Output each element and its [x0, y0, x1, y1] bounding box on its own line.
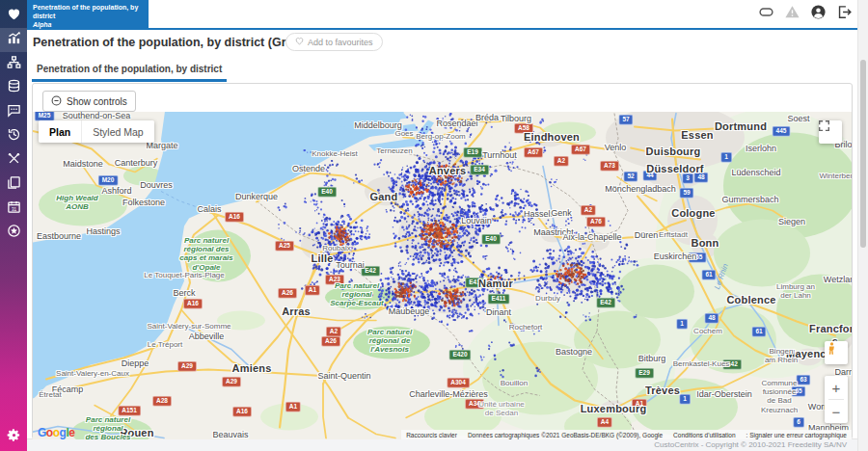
map-type-control: PlanStyled Map [39, 120, 154, 143]
sidebar-items: 31 [0, 4, 27, 245]
sidebar-item-calendar[interactable]: 31 [0, 197, 27, 221]
calendar-icon: 31 [7, 199, 21, 218]
pegman-button[interactable] [825, 341, 848, 364]
sidebar-item-history[interactable] [0, 124, 27, 148]
logout-button[interactable] [835, 5, 853, 22]
tab-penetration[interactable]: Penetration of the population, by distri… [32, 64, 227, 82]
map-attribution-item[interactable]: Données cartographiques ©2021 GeoBasis-D… [468, 432, 663, 438]
chat-icon [7, 103, 21, 121]
analytics-icon [7, 31, 21, 49]
google-logo-letter: o [46, 426, 53, 439]
sidebar-item-hierarchy[interactable] [0, 52, 27, 76]
scrollbar-thumb[interactable] [860, 60, 866, 248]
fullscreen-button[interactable] [819, 120, 842, 144]
alert-icon [784, 4, 800, 24]
zoom-out-button[interactable]: − [825, 400, 848, 423]
star-icon [7, 224, 21, 242]
tab-bar: Penetration of the population, by distri… [32, 59, 227, 82]
sidebar-item-reports[interactable] [0, 172, 27, 197]
sidebar: 31 [0, 0, 27, 451]
google-logo-letter: e [68, 426, 74, 439]
google-logo-letter: o [53, 426, 60, 439]
sidebar-item-favourites[interactable] [0, 4, 27, 28]
map-attribution-item[interactable]: : Signaler une erreur cartographique [746, 432, 847, 438]
google-logo-letter: G [38, 426, 46, 439]
fullscreen-icon [819, 120, 829, 131]
database-icon [7, 79, 21, 97]
header-icons [757, 5, 853, 22]
alert-button[interactable] [783, 5, 800, 22]
heart-icon [7, 7, 21, 25]
reports-icon [7, 175, 21, 194]
zoom-control: + − [825, 376, 848, 423]
add-to-favourites-button[interactable]: Add to favourites [285, 33, 383, 51]
pegman-icon [825, 341, 839, 356]
sidebar-item-settings[interactable] [0, 428, 27, 446]
heart-outline-icon [295, 37, 304, 47]
user-button[interactable] [809, 5, 827, 22]
map-graphics [33, 112, 852, 439]
window-tab[interactable]: Penetration of the population, by distri… [27, 0, 149, 28]
google-logo[interactable]: Google [38, 426, 74, 439]
window-tab-title: Penetration of the population, by distri… [33, 3, 145, 20]
window-tab-subtitle: Alpha [33, 20, 145, 29]
map-attribution-item[interactable]: Conditions d'utilisation [673, 432, 735, 438]
show-controls-button[interactable]: Show controls [42, 91, 136, 112]
user-icon [810, 4, 827, 24]
window-button[interactable] [757, 5, 774, 22]
sidebar-item-analytics[interactable] [0, 28, 27, 52]
map-attribution-item[interactable]: Raccourcis clavier [406, 432, 457, 438]
report-panel: Show controls M25M20A16A16A16A26A28A29A2… [32, 83, 853, 439]
history-icon [7, 127, 21, 146]
page-scrollbar [857, 0, 868, 451]
app-window: 31 Penetration of the population, by dis… [0, 0, 868, 451]
app-footer: CustoCentrix - Copyright © 2010-2021 Fre… [27, 438, 868, 451]
add-to-favourites-label: Add to favourites [308, 38, 373, 47]
hierarchy-icon [7, 55, 21, 73]
header-divider [27, 28, 868, 30]
gear-icon [7, 428, 21, 446]
window-icon [758, 4, 774, 24]
sidebar-item-messages[interactable] [0, 100, 27, 124]
map-canvas[interactable]: M25M20A16A16A16A26A28A29A29A151A1A2A26A2… [33, 112, 852, 439]
map-type-plan[interactable]: Plan [39, 120, 81, 143]
sidebar-item-featured[interactable] [0, 221, 27, 245]
map-attribution: Raccourcis clavierDonnées cartographique… [401, 430, 852, 439]
sidebar-item-tools[interactable] [0, 148, 27, 172]
circled-minus-icon [51, 95, 62, 108]
zoom-in-button[interactable]: + [825, 376, 848, 399]
show-controls-label: Show controls [67, 96, 127, 107]
tools-icon [7, 151, 21, 170]
svg-text:31: 31 [11, 207, 16, 212]
logout-icon [836, 4, 853, 24]
map-type-styled-map[interactable]: Styled Map [81, 120, 154, 143]
sidebar-item-database[interactable] [0, 76, 27, 100]
